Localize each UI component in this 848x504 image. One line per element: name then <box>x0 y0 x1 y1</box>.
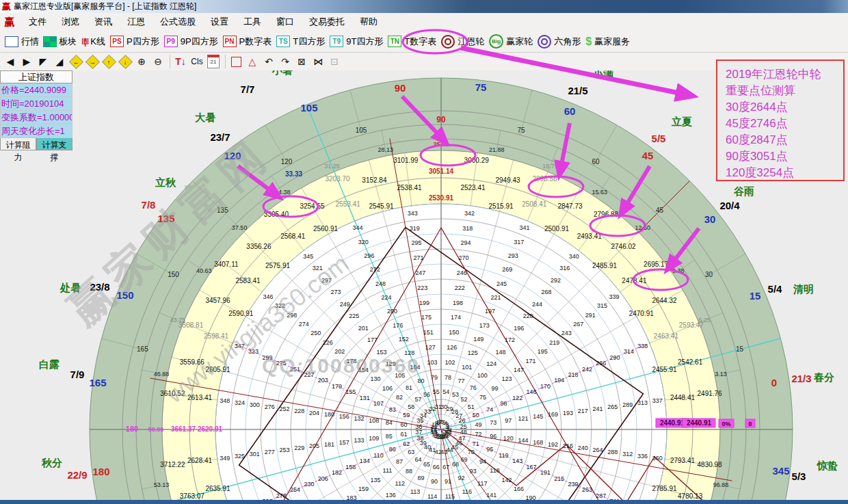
menu-item-gann[interactable]: 江恩 <box>120 16 153 27</box>
tool-cls-icon[interactable]: Cls <box>191 55 203 68</box>
toolbar-button-hexagon[interactable]: 六角形 <box>538 35 581 49</box>
svg-text:50.00: 50.00 <box>148 426 164 433</box>
svg-text:75: 75 <box>475 81 487 93</box>
svg-text:347: 347 <box>235 343 245 349</box>
toolbar-button-winner-wheel[interactable]: Big赢家轮 <box>489 34 533 49</box>
svg-text:30: 30 <box>704 213 716 225</box>
svg-text:3.13: 3.13 <box>715 371 727 377</box>
tool-pan-left-icon[interactable]: ← <box>70 55 82 68</box>
toolbar-button-winner-service[interactable]: $赢家服务 <box>585 36 630 48</box>
tool-triangle-tool-icon[interactable]: △ <box>246 55 259 68</box>
svg-text:98: 98 <box>500 400 507 407</box>
tool-nav-left-icon[interactable]: ◀ <box>4 55 16 68</box>
tool-rotate-cw-icon[interactable]: ↷ <box>279 55 291 68</box>
svg-text:312: 312 <box>622 451 633 457</box>
svg-text:340: 340 <box>569 253 579 260</box>
menu-item-file[interactable]: 文件 <box>21 16 54 27</box>
svg-text:110: 110 <box>373 452 383 459</box>
toolbar-button-gann-wheel[interactable]: 江恩轮 <box>441 35 484 49</box>
menu-item-window[interactable]: 窗口 <box>269 16 302 27</box>
svg-text:203: 203 <box>318 377 328 384</box>
svg-text:81: 81 <box>406 384 412 391</box>
toolbar-button-9t-square[interactable]: T99T四方形 <box>330 36 383 48</box>
svg-text:268: 268 <box>542 289 552 295</box>
winner-service-icon: $ <box>585 36 592 48</box>
tool-zoom-out-icon[interactable]: ⊖ <box>152 55 164 68</box>
svg-text:30: 30 <box>705 271 713 278</box>
toolbar-button-sectors[interactable]: 板块 <box>44 36 77 48</box>
menu-item-formula-stock[interactable]: 公式选股 <box>153 16 203 27</box>
svg-text:135: 135 <box>217 207 228 214</box>
svg-text:3661.37: 3661.37 <box>171 425 196 433</box>
tool-square-tool-icon[interactable] <box>230 55 242 68</box>
menu-item-settings[interactable]: 设置 <box>203 16 236 27</box>
svg-text:204: 204 <box>309 410 319 416</box>
tool-pan-right-icon[interactable]: → <box>86 55 98 68</box>
tool-t-down-icon[interactable]: T↓ <box>174 55 187 68</box>
svg-text:2644.32: 2644.32 <box>652 297 677 304</box>
tool-pan-down-icon[interactable]: ↓ <box>119 55 131 68</box>
svg-text:193: 193 <box>563 410 573 416</box>
svg-text:229: 229 <box>294 445 304 451</box>
menu-item-trade[interactable]: 交易委托 <box>302 16 352 27</box>
svg-text:195: 195 <box>538 348 548 355</box>
svg-text:53: 53 <box>452 391 459 398</box>
svg-text:129: 129 <box>386 360 396 367</box>
svg-text:127: 127 <box>425 344 436 351</box>
svg-text:245: 245 <box>496 280 507 287</box>
svg-text:2575.91: 2575.91 <box>265 262 291 269</box>
svg-text:2613.41: 2613.41 <box>187 394 213 401</box>
svg-text:182: 182 <box>332 469 342 476</box>
tool-box-x-icon[interactable]: ⊠ <box>295 55 308 68</box>
svg-text:148: 148 <box>496 349 506 356</box>
toolbar-button-t-table[interactable]: TNT数字表 <box>388 36 436 48</box>
svg-text:278: 278 <box>276 492 287 499</box>
menu-item-tools[interactable]: 工具 <box>236 16 269 27</box>
svg-text:169: 169 <box>548 411 558 418</box>
toolbar-button-kline[interactable]: ǁ¦ǁK线 <box>81 36 105 48</box>
svg-text:130: 130 <box>370 375 380 382</box>
svg-text:102: 102 <box>445 359 455 366</box>
toolbar-button-quotes[interactable]: 行情 <box>5 36 39 48</box>
tool-shrink-icon[interactable]: ⋈ <box>312 55 324 68</box>
toolbar-button-p-table[interactable]: PNP数字表 <box>223 36 272 48</box>
svg-text:296: 296 <box>364 252 374 259</box>
svg-text:92: 92 <box>458 475 464 481</box>
toolbar-button-p-square[interactable]: PSP四方形 <box>110 36 159 48</box>
svg-text:31.25: 31.25 <box>324 163 340 170</box>
main-toolbar: 行情板块ǁ¦ǁK线PSP四方形P99P四方形PNP数字表TST四方形T99T四方… <box>0 31 848 53</box>
svg-text:谷雨: 谷雨 <box>733 185 754 197</box>
tool-rotate-ccw-icon[interactable]: ↶ <box>263 55 275 68</box>
tool-calendar-icon[interactable]: 21 <box>207 55 220 68</box>
tool-nav-right-icon[interactable]: ▶ <box>21 55 33 68</box>
svg-text:276: 276 <box>265 403 275 410</box>
tool-nav-upleft-icon[interactable]: ◤ <box>37 55 49 68</box>
svg-text:128: 128 <box>404 349 414 356</box>
svg-text:77: 77 <box>458 377 464 384</box>
svg-text:297: 297 <box>321 277 332 284</box>
price-row: 价格=2440.9099 <box>0 83 72 97</box>
svg-text:2949.43: 2949.43 <box>495 176 520 184</box>
tool-nav-downright-icon[interactable]: ◢ <box>53 55 66 68</box>
quotes-label: 行情 <box>21 36 39 48</box>
menu-item-news[interactable]: 资讯 <box>87 16 120 27</box>
svg-text:2847.73: 2847.73 <box>557 202 583 210</box>
svg-text:247: 247 <box>415 269 425 276</box>
9p-square-label: 9P四方形 <box>181 36 218 48</box>
toolbar-button-9p-square[interactable]: P99P四方形 <box>164 36 218 48</box>
svg-text:3203.70: 3203.70 <box>325 175 350 183</box>
tool-screen-icon[interactable]: ⊡ <box>328 55 341 68</box>
svg-text:241: 241 <box>593 406 603 412</box>
svg-text:2455.91: 2455.91 <box>652 366 677 373</box>
menu-item-help[interactable]: 帮助 <box>352 16 385 27</box>
toolbar-button-t-square[interactable]: TST四方形 <box>276 36 325 48</box>
svg-text:15.63: 15.63 <box>592 189 607 196</box>
svg-text:15: 15 <box>750 290 761 302</box>
tool-zoom-in-icon[interactable]: ⊕ <box>135 55 148 68</box>
tool-pan-up-icon[interactable]: ↑ <box>103 55 115 68</box>
menu-item-browse[interactable]: 浏览 <box>54 16 87 27</box>
calc-resistance-button[interactable]: 计算阻力 <box>0 138 36 150</box>
t-table-label: T数字表 <box>404 36 436 48</box>
calc-support-button[interactable]: 计算支撑 <box>36 138 72 150</box>
svg-text:2485.91: 2485.91 <box>592 262 618 269</box>
